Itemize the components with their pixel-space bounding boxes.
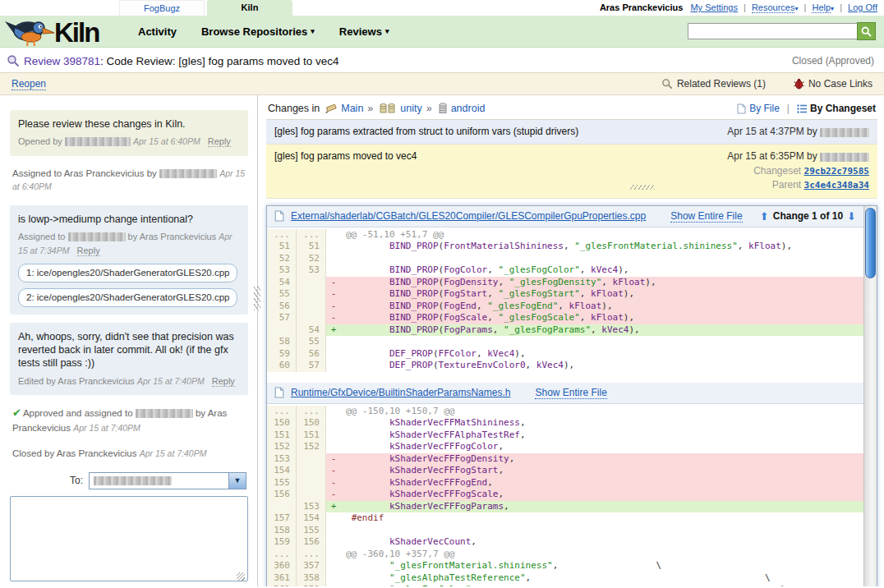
code-line[interactable]: BIND_PROP(FogColor, "_glesFogColor", kVe…	[341, 264, 863, 277]
my-settings-link[interactable]: My Settings	[690, 2, 737, 12]
code-line[interactable]: kShaderVecCount,	[341, 536, 863, 549]
view-by-file-button[interactable]: By File	[737, 103, 780, 114]
show-entire-file-link[interactable]: Show Entire File	[535, 387, 606, 399]
code-line[interactable]: kShaderVecFFFogColor,	[341, 441, 863, 453]
review-id-link[interactable]: Review 398781	[24, 55, 100, 67]
textarea-resize-grip[interactable]	[237, 572, 245, 581]
new-line-number: 54	[297, 324, 326, 337]
code-line[interactable]: @@ -51,10 +51,7 @@	[341, 229, 863, 241]
diff-row: 51 51 BIND_PROP(FrontMaterialShininess, …	[267, 241, 863, 253]
breadcrumb-android[interactable]: android	[451, 103, 486, 114]
code-line[interactable]: BIND_PROP(FogDensity, "_glesFogDensity",…	[341, 277, 863, 289]
tab-kiln[interactable]: Kiln	[207, 0, 292, 16]
pager-label: Change 1 of 10	[773, 210, 843, 222]
old-line-number: 362	[267, 584, 297, 586]
scrollbar-thumb[interactable]	[865, 208, 876, 278]
diff-row: 157 154 #endif	[267, 512, 863, 525]
diff-row: 361 358 "_glesAlphaTestReference", \	[267, 572, 863, 585]
tab-fogbugz[interactable]: FogBugz	[119, 0, 205, 16]
diff-sign: -	[326, 277, 341, 289]
pager-down-icon[interactable]: ⬇	[847, 210, 856, 223]
file-icon	[737, 103, 746, 114]
recipient-select[interactable]: ▼	[89, 472, 246, 489]
code-line[interactable]: kShaderVecFFFogDensity,	[341, 453, 863, 466]
code-attachment-pill[interactable]: 2: ice/opengles20/ShaderGeneratorGLES20.…	[18, 288, 237, 307]
code-line[interactable]: kShaderVecFFFogScale,	[341, 489, 863, 501]
code-line[interactable]: kShaderVecFFFogEnd,	[341, 477, 863, 489]
main-nav-bar: Kiln Activity Browse Repositories▾ Revie…	[0, 16, 884, 48]
diff-sign	[326, 560, 341, 572]
changeset-row[interactable]: [gles] fog params moved to vec4 Apr 15 a…	[266, 145, 877, 198]
code-line[interactable]: BIND_PROP(FogStart, "_glesFogStart", kFl…	[341, 288, 863, 301]
code-line[interactable]	[341, 525, 863, 537]
new-line-number: 152	[297, 441, 326, 453]
view-by-changeset-button[interactable]: By Changeset	[797, 103, 876, 114]
diff-scrollbar[interactable]: ▲ ▼	[863, 206, 877, 586]
event-closed: Closed by Aras Pranckevicius Apr 15 at 7…	[12, 447, 246, 460]
code-line[interactable]	[341, 336, 863, 348]
new-line-number	[297, 288, 326, 301]
reopen-button[interactable]: Reopen	[12, 78, 46, 90]
old-line-number: ...	[267, 549, 297, 561]
diff-row: 153 - kShaderVecFFFogDensity,	[267, 453, 863, 466]
related-reviews-button[interactable]: Related Reviews (1)	[661, 78, 766, 90]
nav-item-browse-repositories[interactable]: Browse Repositories▾	[201, 25, 315, 38]
review-magnifier-icon	[7, 54, 20, 67]
code-line[interactable]: BIND_PROP(FogParams, "_glesFogParams", k…	[341, 324, 863, 337]
code-line[interactable]: @@ -150,10 +150,7 @@	[341, 406, 863, 418]
diff-sign	[326, 229, 341, 241]
kingfisher-bird-icon	[3, 13, 54, 48]
code-line[interactable]: DEF_PROP(TextureEnvColor0, kVec4),	[341, 360, 863, 372]
code-line[interactable]: #endif	[341, 512, 863, 525]
parent-hash-link[interactable]: 3c4e4c348a34	[804, 180, 869, 191]
code-line[interactable]	[341, 253, 863, 265]
reply-link[interactable]: Reply	[77, 246, 100, 256]
changeset-hash-link[interactable]: 29cb22c79585	[804, 166, 869, 177]
diff-row: 60 57 DEF_PROP(TextureEnvColor0, kVec4),	[267, 360, 863, 372]
file-name-link[interactable]: Runtime/GfxDevice/BuiltinShaderParamsNam…	[291, 387, 510, 398]
changeset-row[interactable]: [gles] fog params extracted from struct …	[266, 120, 877, 145]
diff-row: 57 - BIND_PROP(FogScale, "_glesFogScale"…	[267, 312, 863, 324]
redacted-name	[136, 409, 193, 418]
comment-text: Ah, whoops, sorry, didn't see that preci…	[18, 330, 240, 370]
search-input[interactable]	[688, 23, 857, 39]
code-line[interactable]: BIND_PROP(FogScale, "_glesFogScale", kFl…	[341, 312, 863, 324]
file-name-link[interactable]: External/shaderlab/CGBatch/GLES20Compile…	[291, 210, 646, 222]
code-line[interactable]: @@ -360,10 +357,7 @@	[341, 549, 863, 561]
code-line[interactable]: "_glesFrontMaterial.shininess", \	[341, 560, 863, 572]
show-entire-file-link[interactable]: Show Entire File	[670, 210, 742, 223]
code-attachment-pill[interactable]: 1: ice/opengles20/ShaderGeneratorGLES20.…	[18, 264, 237, 283]
new-line-number: ...	[297, 229, 326, 241]
redacted-name	[94, 476, 172, 485]
kiln-logo[interactable]: Kiln	[3, 16, 131, 48]
code-line[interactable]: BIND_PROP(FrontMaterialShininess, "_gles…	[341, 241, 863, 253]
diff-sign	[326, 253, 341, 265]
changeset-list-resize-grip[interactable]	[630, 185, 655, 190]
reply-link[interactable]: Reply	[208, 136, 231, 147]
review-sidebar: Please review these changes in Kiln. Ope…	[0, 95, 256, 586]
code-line[interactable]: kShaderVecFFMatShininess,	[341, 417, 863, 430]
nav-item-reviews[interactable]: Reviews▾	[339, 25, 389, 38]
event-approved: ✔Approved and assigned to by Aras Pranck…	[12, 406, 246, 434]
code-line[interactable]: kShaderVecFFFogParams,	[341, 501, 863, 513]
search-button[interactable]	[857, 22, 876, 40]
breadcrumb-main[interactable]: Main	[341, 103, 363, 114]
new-comment-textarea[interactable]	[10, 496, 248, 581]
pager-up-icon[interactable]: ⬆	[760, 210, 769, 223]
reply-link[interactable]: Reply	[212, 376, 235, 387]
code-line[interactable]: kShaderVecFFAlphaTestRef,	[341, 430, 863, 442]
code-line[interactable]: BIND_PROP(FogEnd, "_glesFogEnd", kFloat)…	[341, 301, 863, 313]
diff-sign	[326, 441, 341, 453]
code-line[interactable]: kShaderVecFFFogStart,	[341, 465, 863, 477]
nav-item-activity[interactable]: Activity	[138, 25, 177, 38]
code-line[interactable]: "_glesAlphaTestReference", \	[341, 572, 863, 585]
new-line-number: 150	[297, 417, 326, 430]
code-line[interactable]: "_glesFogColor", \	[341, 584, 863, 586]
resources-menu[interactable]: Resources	[752, 2, 795, 13]
diff-sign	[326, 536, 341, 549]
diff-file-section: External/shaderlab/CGBatch/GLES20Compile…	[267, 206, 863, 372]
code-line[interactable]: DEF_PROP(FFColor, kVec4),	[341, 348, 863, 361]
log-off-link[interactable]: Log Off	[848, 2, 877, 12]
breadcrumb-unity[interactable]: unity	[400, 103, 421, 114]
help-menu[interactable]: Help	[812, 2, 831, 13]
